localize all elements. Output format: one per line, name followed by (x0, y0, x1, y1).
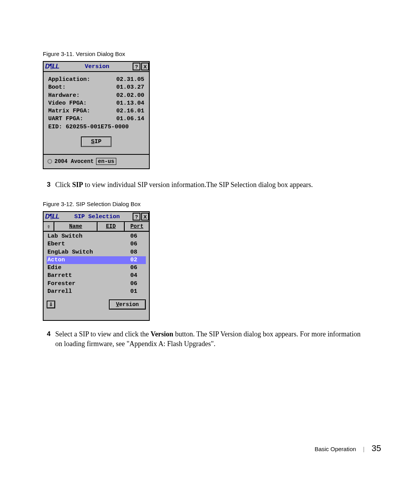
list-item[interactable]: Barrett04 (47, 272, 145, 280)
dell-logo: D¶LL (44, 63, 61, 70)
step-3-number: 3 (43, 180, 51, 190)
list-item[interactable]: EngLab Switch08 (47, 248, 145, 256)
footer-separator: | (363, 446, 365, 452)
footer-page-number: 35 (372, 443, 381, 453)
list-item[interactable]: Forester06 (47, 280, 145, 288)
step-3-text-b: to view individual SIP version informati… (83, 181, 313, 189)
sip-selection-titlebar: D¶LL SIP Selection ? X (44, 212, 149, 222)
version-dialog-footer: 2004 Avocent en-us (44, 154, 149, 167)
sip-list-bottom-row: ⇩ Version (44, 298, 149, 313)
step-4-text-a: Select a SIP to view and click the (55, 330, 150, 338)
version-button-hotkey: V (116, 301, 119, 308)
help-icon[interactable]: ? (133, 213, 140, 220)
version-row: Boot:01.03.27 (48, 84, 144, 91)
close-icon[interactable]: X (141, 63, 149, 70)
sip-selection-title: SIP Selection (61, 214, 133, 220)
step-4: 4 Select a SIP to view and click the Ver… (43, 329, 366, 349)
copyright-icon (47, 159, 52, 164)
version-row: Matrix FPGA:02.16.01 (48, 107, 144, 115)
version-value: 01.06.14 (116, 115, 144, 123)
version-value: 02.31.05 (116, 76, 144, 84)
list-item-name: Barrett (47, 272, 130, 280)
list-item-name: Darrell (47, 288, 130, 296)
version-label: Matrix FPGA: (48, 107, 90, 115)
list-item-port: 01 (130, 288, 145, 296)
sip-list-header: ⇧ Name EID Port (44, 222, 149, 232)
list-item-port: 06 (130, 264, 145, 272)
list-item-name: Acton (47, 256, 130, 264)
list-item[interactable]: Lab Switch06 (47, 233, 145, 240)
list-item[interactable]: Acton02 (47, 256, 146, 264)
step-3-bold: SIP (72, 181, 83, 189)
step-3-text-a: Click (55, 181, 72, 189)
sip-list: Lab Switch06Ebert06EngLab Switch08Acton0… (44, 232, 149, 298)
step-3-text: Click SIP to view individual SIP version… (55, 180, 366, 190)
list-item[interactable]: Darrell01 (47, 288, 145, 296)
page-footer: Basic Operation | 35 (315, 443, 381, 453)
version-dialog-title: Version (61, 63, 133, 70)
version-dialog-titlebar: D¶LL Version ? X (44, 62, 149, 72)
list-item-name: EngLab Switch (47, 248, 130, 256)
version-row: Video FPGA:01.13.04 (48, 100, 144, 107)
copyright-text: 2004 Avocent (54, 158, 94, 164)
version-row: Hardware:02.02.00 (48, 92, 144, 100)
footer-section: Basic Operation (315, 446, 356, 452)
version-label: Video FPGA: (48, 100, 87, 107)
version-value: 01.13.04 (116, 100, 144, 107)
list-item-port: 06 (130, 280, 145, 288)
step-4-text: Select a SIP to view and click the Versi… (55, 329, 366, 349)
version-button-rest: ersion (119, 301, 139, 308)
close-icon[interactable]: X (141, 213, 149, 220)
figure-3-12-caption: Figure 3-12. SIP Selection Dialog Box (43, 201, 381, 207)
version-row: Application:02.31.05 (48, 76, 144, 84)
version-label: Hardware: (48, 92, 80, 100)
version-info-panel: Application:02.31.05Boot:01.03.27Hardwar… (44, 72, 149, 154)
help-icon[interactable]: ? (133, 63, 140, 70)
sip-button-hotkey: S (91, 138, 94, 145)
step-4-number: 4 (43, 329, 51, 349)
version-value: 01.03.27 (116, 84, 144, 91)
list-item-name: Forester (47, 280, 130, 288)
figure-3-11-caption: Figure 3-11. Version Dialog Box (43, 51, 381, 57)
sip-selection-dialog: D¶LL SIP Selection ? X ⇧ Name EID Port L… (43, 211, 150, 321)
version-label: UART FPGA: (48, 115, 83, 123)
version-label: Boot: (48, 84, 66, 91)
list-item-port: 06 (130, 233, 145, 240)
version-label: Application: (48, 76, 90, 84)
scroll-down-icon[interactable]: ⇩ (47, 301, 55, 308)
header-name[interactable]: Name (69, 223, 82, 229)
version-dialog: D¶LL Version ? X Application:02.31.05Boo… (43, 61, 150, 169)
sip-button[interactable]: SIP (81, 136, 112, 147)
list-item-name: Lab Switch (47, 233, 130, 240)
list-item-name: Ebert (47, 240, 130, 248)
version-button[interactable]: Version (109, 299, 146, 310)
version-row: UART FPGA:01.06.14 (48, 115, 144, 123)
list-item-port: 02 (130, 256, 145, 264)
list-item[interactable]: Edie06 (47, 264, 145, 272)
sip-button-rest: IP (94, 138, 102, 145)
dell-logo: D¶LL (44, 213, 61, 220)
list-item[interactable]: Ebert06 (47, 240, 145, 248)
list-item-port: 08 (130, 248, 145, 256)
header-port[interactable]: Port (130, 223, 144, 229)
eid-label: EID: 620255-001E75-0000 (48, 123, 144, 131)
sort-up-icon[interactable]: ⇧ (44, 222, 54, 231)
list-item-name: Edie (47, 264, 130, 272)
step-3: 3 Click SIP to view individual SIP versi… (43, 180, 366, 190)
version-value: 02.16.01 (116, 107, 144, 115)
header-eid[interactable]: EID (106, 223, 116, 229)
version-value: 02.02.00 (116, 92, 144, 100)
list-item-port: 04 (130, 272, 145, 280)
list-item-port: 06 (130, 240, 145, 248)
step-4-bold: Version (150, 330, 173, 338)
locale-label: en-us (96, 158, 116, 165)
